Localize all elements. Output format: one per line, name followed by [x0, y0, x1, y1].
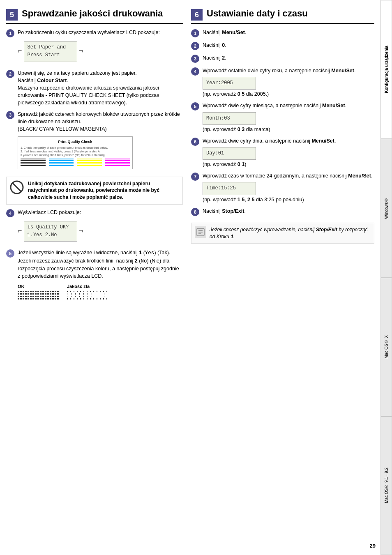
step4-content: Wyświetlacz LCD pokazuje: ⌐ Is Quality O… — [18, 209, 183, 245]
quality-ok-col: OK — [18, 284, 59, 299]
section6-num: 6 — [191, 9, 203, 21]
s6-step7-lcd: Time:15:25 — [203, 182, 256, 195]
s6-step5-content: Wprowadź dwie cyfry miesiąca, a następni… — [203, 102, 374, 133]
s6-step7-content: Wprowadź czas w formacie 24-godzinnym, a… — [203, 172, 374, 203]
s6-step4-note: (np. wprowadź 0 5 dla 2005.) — [203, 91, 269, 97]
sidebar-tabs: Konfiguracja urządzenia Windows® Mac OS®… — [380, 0, 392, 555]
main-content: 5 Sprawdzanie jakości drukowania 1 Po za… — [0, 0, 380, 555]
print-quality-box: Print Quality Check 1. Check the quality… — [18, 136, 133, 169]
step2-circle: 2 — [6, 70, 14, 78]
ok-line1 — [18, 291, 59, 292]
s6-step4-content: Wprowadź ostatnie dwie cyfry roku, a nas… — [203, 67, 374, 98]
section6-header: 6 Ustawianie daty i czasu — [191, 8, 374, 24]
svg-line-1 — [12, 183, 21, 192]
yellow-block — [77, 159, 102, 166]
s6-step8-content: Naciśnij Stop/Exit. — [203, 207, 374, 215]
no-touch-icon — [10, 180, 24, 194]
s6-step2-circle: 2 — [191, 42, 199, 50]
section5-step3: 3 Sprawdź jakość czterech kolorowych blo… — [6, 111, 183, 172]
section5-title: Sprawdzanie jakości drukowania — [22, 8, 163, 19]
note-box: Jeżeli chcesz powtórzyć wprowadzanie, na… — [191, 223, 374, 244]
step1-circle: 1 — [6, 29, 14, 37]
s6-step6-text: Wprowadź dwie cyfry dnia, a następnie na… — [203, 138, 336, 144]
s6-step4: 4 Wprowadź ostatnie dwie cyfry roku, a n… — [191, 67, 374, 98]
step4-lcd-arrow-right: ¬ — [79, 225, 83, 236]
ok-line4 — [18, 298, 59, 299]
step5-content: Jeżeli wszystkie linie są wyraźne i wido… — [18, 249, 183, 280]
step4-text: Wyświetlacz LCD pokazuje: — [18, 210, 81, 215]
s6-step3-text: Naciśnij 2. — [203, 55, 226, 61]
left-column: 5 Sprawdzanie jakości drukowania 1 Po za… — [6, 8, 183, 547]
step5-text: Jeżeli wszystkie linie są wyraźne i wido… — [18, 250, 179, 279]
step4-lcd-arrow-left: ⌐ — [18, 225, 22, 236]
s6-step1-content: Naciśnij Menu/Set. — [203, 29, 374, 36]
s6-step2-text: Naciśnij 0. — [203, 42, 226, 48]
step3-circle: 3 — [6, 111, 14, 119]
bad-line3 — [67, 296, 108, 297]
sidebar-tab-konfiguracja[interactable]: Konfiguracja urządzenia — [380, 0, 392, 139]
step2-text2: Naciśnij Colour Start. — [18, 78, 68, 83]
s6-step5-note: (np. wprowadź 0 3 dla marca) — [203, 127, 270, 132]
s6-step2: 2 Naciśnij 0. — [191, 41, 374, 50]
step3-subtext: (BLACK/ CYAN/ YELLOW/ MAGENTA) — [18, 126, 107, 132]
quality-bad-label: Jakość zła — [67, 284, 108, 289]
step4-lcd-wrap: ⌐ Is Quality OK?1.Yes 2.No ¬ — [18, 219, 183, 242]
bad-line2 — [67, 293, 108, 295]
lcd-arrow-right: ¬ — [79, 45, 83, 56]
s6-step3: 3 Naciśnij 2. — [191, 54, 374, 63]
quality-diagram: OK Jakość zła — [18, 284, 183, 299]
section5-num: 5 — [6, 9, 18, 21]
s6-step4-lcd: Year:2005 — [203, 77, 256, 90]
page-number: 29 — [370, 543, 376, 549]
s6-step6-circle: 6 — [191, 138, 199, 146]
s6-step5: 5 Wprowadź dwie cyfry miesiąca, a następ… — [191, 102, 374, 133]
s6-step1-circle: 1 — [191, 29, 199, 37]
s6-step8-circle: 8 — [191, 208, 199, 216]
section5-step2: 2 Upewnij się, że na tacy papieru założo… — [6, 69, 183, 107]
s6-step7-circle: 7 — [191, 173, 199, 181]
step1-text: Po zakończeniu cyklu czyszczenia wyświet… — [18, 30, 160, 35]
right-column: 6 Ustawianie daty i czasu 1 Naciśnij Men… — [191, 8, 374, 547]
section5-step5: 5 Jeżeli wszystkie linie są wyraźne i wi… — [6, 249, 183, 280]
print-quality-header: Print Quality Check — [21, 139, 130, 145]
step2-content: Upewnij się, że na tacy papieru założony… — [18, 69, 183, 107]
sidebar-tab-macos-9[interactable]: Mac OS® 9.1 - 9.2 — [380, 416, 392, 555]
section5-header: 5 Sprawdzanie jakości drukowania — [6, 8, 183, 24]
s6-step3-content: Naciśnij 2. — [203, 54, 374, 62]
step4-circle: 4 — [6, 209, 14, 217]
s6-step7-text: Wprowadź czas w formacie 24-godzinnym, a… — [203, 173, 372, 179]
section5-step1: 1 Po zakończeniu cyklu czyszczenia wyświ… — [6, 29, 183, 65]
note-text: Jeżeli chcesz powtórzyć wprowadzanie, na… — [210, 226, 371, 240]
step3-content: Sprawdź jakość czterech kolorowych blokó… — [18, 111, 183, 172]
s6-step5-circle: 5 — [191, 102, 199, 111]
bad-line1 — [67, 291, 108, 292]
section5-step4: 4 Wyświetlacz LCD pokazuje: ⌐ Is Quality… — [6, 209, 183, 245]
s6-step4-text: Wprowadź ostatnie dwie cyfry roku, a nas… — [203, 68, 355, 74]
s6-step3-circle: 3 — [191, 55, 199, 63]
note-icon — [195, 226, 206, 238]
sidebar-tab-macos-x[interactable]: Mac OS® X — [380, 278, 392, 417]
step3-text: Sprawdź jakość czterech kolorowych blokó… — [18, 111, 180, 124]
cyan-block — [49, 159, 74, 166]
ok-line3 — [18, 296, 59, 297]
warning-text: Unikaj dotykania zadrukowanej powierzchn… — [28, 180, 179, 201]
black-block — [21, 159, 46, 166]
s6-step6-note: (np. wprowadź 0 1) — [203, 161, 246, 167]
s6-step1-text: Naciśnij Menu/Set. — [203, 30, 246, 35]
s6-step1: 1 Naciśnij Menu/Set. — [191, 29, 374, 37]
step5-circle: 5 — [6, 249, 14, 258]
ok-line2 — [18, 293, 59, 295]
section6-title: Ustawianie daty i czasu — [207, 8, 308, 19]
magenta-block — [105, 159, 130, 166]
s6-step6: 6 Wprowadź dwie cyfry dnia, a następnie … — [191, 137, 374, 168]
step4-lcd: Is Quality OK?1.Yes 2.No — [24, 221, 77, 242]
s6-step7: 7 Wprowadź czas w formacie 24-godzinnym,… — [191, 172, 374, 203]
s6-step6-content: Wprowadź dwie cyfry dnia, a następnie na… — [203, 137, 374, 168]
s6-step6-lcd: Day:01 — [203, 147, 256, 160]
bad-line4 — [67, 298, 108, 299]
color-blocks — [21, 159, 130, 166]
step2-text3: Maszyna rozpocznie drukowanie arkusza sp… — [18, 85, 159, 106]
s6-step5-text: Wprowadź dwie cyfry miesiąca, a następni… — [203, 103, 346, 108]
step2-text1: Upewnij się, że na tacy papieru założony… — [18, 70, 137, 76]
sidebar-tab-windows[interactable]: Windows® — [380, 139, 392, 278]
